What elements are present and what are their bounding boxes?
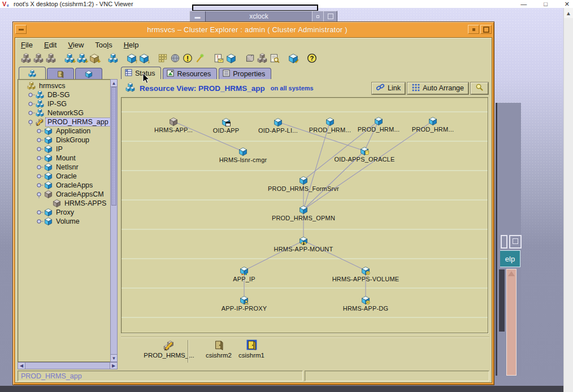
- scroll-up-icon[interactable]: ▲: [564, 8, 573, 18]
- resource-node-prod-hrm-2[interactable]: [374, 116, 383, 125]
- help-button[interactable]: elp: [500, 250, 520, 267]
- tree-horizontal-scrollbar[interactable]: ◀ ▶: [18, 362, 118, 369]
- resource-node-prod-hrm-1[interactable]: [325, 117, 335, 126]
- resource-node-volume[interactable]: [361, 266, 370, 275]
- tree-toggle-icon[interactable]: [36, 163, 44, 171]
- offline-group-icon[interactable]: ↓: [138, 53, 150, 64]
- help-window-maximize-button[interactable]: [509, 235, 522, 249]
- tree-toggle-icon[interactable]: [36, 208, 44, 216]
- tree-vertical-scrollbar[interactable]: ▲ ▼: [110, 79, 118, 362]
- tree-toggle-icon[interactable]: [28, 118, 36, 126]
- tree-item-label[interactable]: DB-SG: [46, 91, 72, 99]
- help-window-scrollbar[interactable]: [506, 269, 516, 376]
- save-close-configuration-icon[interactable]: [45, 53, 57, 64]
- notifier-mail-icon[interactable]: !: [212, 53, 225, 64]
- tree-item-oracleapps[interactable]: OracleApps: [18, 181, 110, 190]
- xclock-titlebar[interactable]: ▬ xclock: [189, 11, 337, 22]
- open-configuration-icon[interactable]: [20, 53, 32, 64]
- scrollbar-thumb[interactable]: [111, 87, 116, 206]
- help-window-button[interactable]: [501, 235, 507, 249]
- tree-item-label[interactable]: PROD_HRMS_app: [46, 118, 110, 126]
- scroll-down-icon[interactable]: ▼: [111, 354, 117, 361]
- tree-item-hrmsvcs[interactable]: hrmsvcs: [18, 81, 110, 90]
- tree-item-label[interactable]: OracleAppsCM: [54, 190, 106, 198]
- tree-item-volume[interactable]: Volume: [18, 217, 110, 226]
- tree-item-prod_hrms_app[interactable]: PROD_HRMS_app: [18, 117, 110, 127]
- tree-toggle-icon[interactable]: [36, 172, 44, 180]
- user-manager-icon[interactable]: [225, 53, 237, 64]
- tree-item-label[interactable]: hrmsvcs: [37, 82, 67, 90]
- tree-toggle-icon[interactable]: [19, 82, 27, 90]
- tab-properties[interactable]: Properties: [219, 68, 271, 79]
- tree-toggle-icon[interactable]: [36, 181, 44, 189]
- tree-item-diskgroup[interactable]: DiskGroup: [18, 136, 110, 145]
- tree-item-label[interactable]: DiskGroup: [54, 136, 91, 144]
- log-viewer-icon[interactable]: [268, 53, 281, 64]
- window-titlebar[interactable]: hrmsvcs – Cluster Explorer : admin ( Clu…: [14, 23, 493, 36]
- menu-tools[interactable]: Tools: [95, 41, 112, 49]
- tree-toggle-icon[interactable]: [36, 217, 44, 225]
- tree-item-oracleappscm[interactable]: OracleAppsCM: [18, 190, 110, 199]
- tree-toggle-icon[interactable]: [36, 190, 44, 198]
- tree-toggle-icon[interactable]: [28, 91, 36, 99]
- tree-item-proxy[interactable]: Proxy: [18, 208, 110, 217]
- tree-item-networksg[interactable]: NetworkSG: [18, 108, 110, 117]
- resource-node-oid-app-li[interactable]: [274, 117, 283, 127]
- window-minimize-button[interactable]: [15, 25, 27, 34]
- resource-node-opmn[interactable]: [299, 205, 308, 214]
- tree-toggle-icon[interactable]: [45, 199, 53, 207]
- tree-toggle-icon[interactable]: [28, 100, 36, 108]
- alerts-icon[interactable]: !: [181, 53, 194, 64]
- tree-toggle-icon[interactable]: [36, 154, 44, 162]
- resource-node-app-ip[interactable]: [240, 266, 249, 275]
- cluster-panel-icon[interactable]: [107, 53, 119, 64]
- tree-item-mount[interactable]: Mount: [18, 154, 110, 163]
- legend-system-csishrm1[interactable]: csishrm1: [232, 339, 271, 359]
- link-button[interactable]: Link: [372, 82, 405, 94]
- save-configuration-icon[interactable]: [32, 53, 45, 64]
- tree-toggle-icon[interactable]: [36, 136, 44, 144]
- shell-box-icon[interactable]: [244, 53, 256, 64]
- tree-item-label[interactable]: NetworkSG: [46, 109, 85, 117]
- menu-edit[interactable]: Edit: [44, 41, 57, 49]
- scroll-up-icon[interactable]: ▲: [111, 80, 117, 87]
- tree-item-label[interactable]: Oracle: [54, 172, 79, 180]
- vnc-close-button[interactable]: ✕: [565, 1, 570, 8]
- resource-node-hrms-lsnr-cmgr[interactable]: [238, 147, 248, 156]
- online-group-icon[interactable]: ↑: [125, 53, 138, 64]
- find-cluster-icon[interactable]: [256, 53, 268, 64]
- tab-resources[interactable]: Resources: [163, 68, 217, 79]
- vnc-scrollbar[interactable]: ▲: [563, 8, 573, 392]
- sidebar-cluster-tab[interactable]: [19, 67, 46, 79]
- tree-item-label[interactable]: Volume: [54, 217, 81, 225]
- tree-item-application[interactable]: Application: [18, 127, 110, 136]
- tree-item-label[interactable]: Mount: [54, 154, 77, 162]
- tab-status[interactable]: Status: [121, 67, 161, 79]
- menu-file[interactable]: File: [21, 41, 33, 49]
- resource-node-hrms-app[interactable]: [169, 117, 178, 126]
- wizard-wand-icon[interactable]: [194, 53, 206, 64]
- zoom-button[interactable]: [471, 82, 488, 94]
- resource-node-dg[interactable]: [361, 295, 370, 304]
- vnc-minimize-button[interactable]: —: [520, 1, 527, 7]
- command-check-icon[interactable]: ✓: [287, 53, 299, 64]
- resource-node-oid-apps-oracle[interactable]: [360, 146, 369, 155]
- add-service-group-icon[interactable]: +: [76, 53, 88, 64]
- xclock-minimize-button[interactable]: ▬: [190, 11, 206, 21]
- status-grid-icon[interactable]: [157, 53, 169, 64]
- tree-toggle-icon[interactable]: [36, 127, 44, 135]
- tree-item-label[interactable]: Application: [54, 127, 92, 135]
- tree-item-oracle[interactable]: Oracle: [18, 172, 110, 181]
- scroll-left-icon[interactable]: ◀: [18, 363, 25, 369]
- tree-item-ip-sg[interactable]: IP-SG: [18, 99, 110, 108]
- scroll-up-icon[interactable]: [508, 271, 515, 276]
- add-cluster-icon[interactable]: +: [63, 53, 76, 64]
- xclock-menu-button[interactable]: [312, 11, 323, 21]
- resource-node-oid-app[interactable]: [222, 117, 231, 127]
- tree-item-label[interactable]: IP-SG: [46, 100, 68, 108]
- sidebar-types-tab[interactable]: [75, 68, 102, 79]
- vnc-maximize-button[interactable]: □: [544, 1, 548, 7]
- menu-view[interactable]: View: [68, 41, 84, 49]
- tree-item-label[interactable]: Proxy: [54, 208, 76, 216]
- tree-item-ip[interactable]: IP: [18, 145, 110, 154]
